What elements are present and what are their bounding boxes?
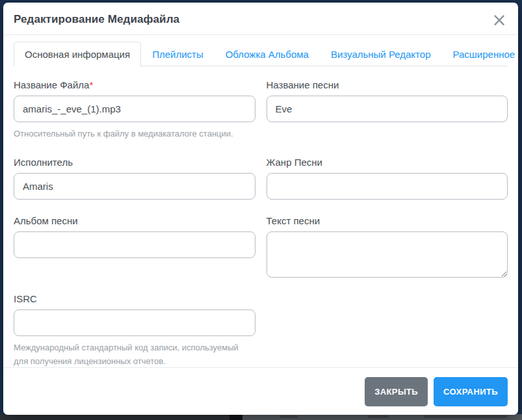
album-field-group: Альбом песни <box>14 215 255 258</box>
file-name-field-group: Название Файла* Относительный путь к фай… <box>14 79 255 141</box>
lyrics-label: Текст песни <box>267 215 508 226</box>
genre-field-group: Жанр Песни <box>267 157 508 200</box>
dialog-footer: ЗАКРЫТЬ СОХРАНИТЬ <box>3 367 518 415</box>
dialog-title: Редактирование Медиафайла <box>14 13 508 26</box>
edit-media-dialog: Редактирование Медиафайла × Основная инф… <box>3 3 518 415</box>
isrc-input[interactable] <box>14 309 255 336</box>
tab-visual-editor[interactable]: Визуальный Редактор <box>320 42 442 66</box>
genre-label: Жанр Песни <box>267 157 508 168</box>
file-name-label-text: Название Файла <box>14 79 89 90</box>
dialog-header: Редактирование Медиафайла × <box>3 3 518 35</box>
background-text-smudge <box>280 415 298 418</box>
required-asterisk: * <box>89 79 93 90</box>
tab-bar: Основная информация Плейлисты Обложка Ал… <box>14 42 508 66</box>
tab-album-art[interactable]: Обложка Альбома <box>215 42 320 66</box>
close-icon[interactable]: × <box>488 9 510 31</box>
album-label: Альбом песни <box>14 215 255 226</box>
file-name-help-text: Относительный путь к файлу в медиакатало… <box>14 127 255 141</box>
background-text-smudge <box>368 415 389 418</box>
artist-label: Исполнитель <box>14 157 255 168</box>
song-title-input[interactable] <box>267 96 508 122</box>
file-name-input[interactable] <box>14 96 255 122</box>
basic-info-form: Название Файла* Относительный путь к фай… <box>14 79 508 367</box>
background-page-edge <box>0 414 522 420</box>
song-title-field-group: Название песни <box>267 79 508 122</box>
isrc-help-text: Международный стандартный код записи, ис… <box>14 341 255 367</box>
album-input[interactable] <box>14 231 255 258</box>
artist-field-group: Исполнитель <box>14 157 255 200</box>
song-title-label: Название песни <box>267 79 508 90</box>
artist-input[interactable] <box>14 173 255 200</box>
file-name-label: Название Файла* <box>14 79 255 90</box>
background-text-smudge <box>424 415 507 418</box>
close-button[interactable]: ЗАКРЫТЬ <box>365 377 428 406</box>
tab-advanced[interactable]: Расширенное <box>441 42 518 66</box>
isrc-label: ISRC <box>14 293 255 304</box>
tab-basic-info[interactable]: Основная информация <box>14 42 141 66</box>
lyrics-field-group: Текст песни <box>267 215 508 278</box>
genre-input[interactable] <box>267 173 508 200</box>
tab-playlists[interactable]: Плейлисты <box>141 42 215 66</box>
isrc-field-group: ISRC Международный стандартный код запис… <box>14 293 255 367</box>
lyrics-textarea[interactable] <box>267 231 508 278</box>
dialog-body: Основная информация Плейлисты Обложка Ал… <box>3 35 518 367</box>
save-button[interactable]: СОХРАНИТЬ <box>434 377 508 406</box>
